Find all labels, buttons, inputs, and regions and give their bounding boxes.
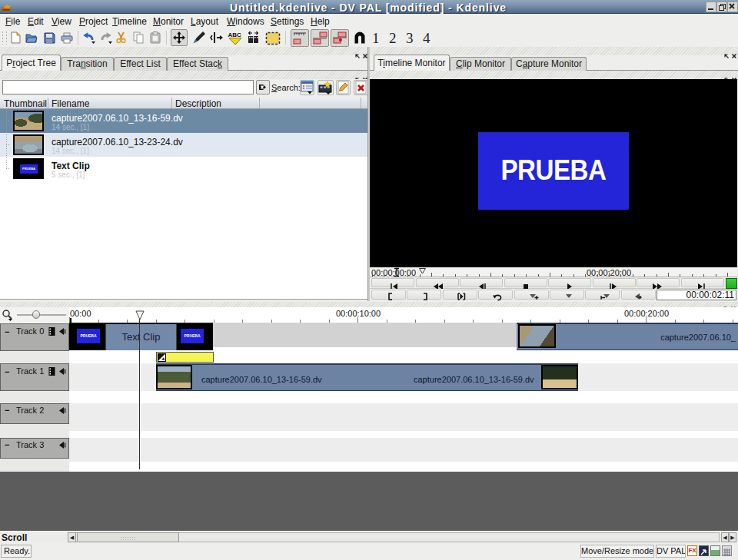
svg-text:ABC: ABC: [228, 31, 242, 38]
